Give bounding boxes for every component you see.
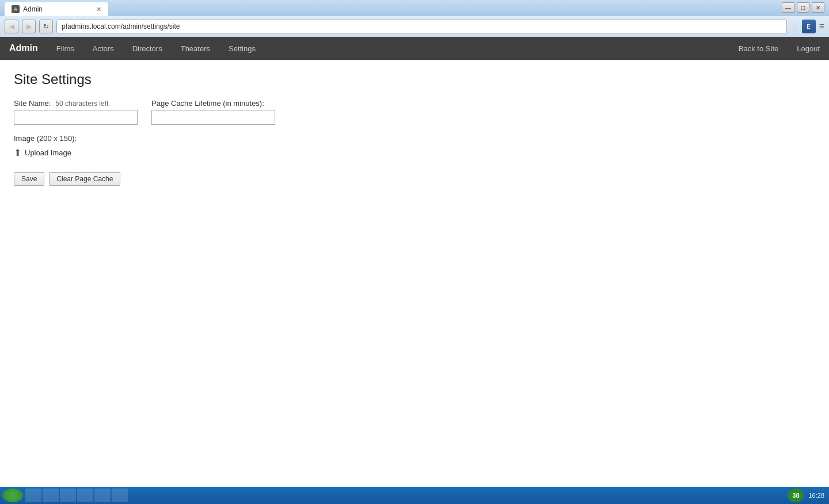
- tab-favicon: A: [12, 5, 20, 13]
- cache-lifetime-label: Page Cache Lifetime (in minutes):: [151, 99, 264, 108]
- back-to-site-link[interactable]: Back to Site: [729, 37, 788, 60]
- cache-lifetime-group: Page Cache Lifetime (in minutes):: [151, 99, 275, 125]
- nav-brand: Admin: [0, 37, 47, 60]
- browser-titlebar: A Admin ✕ — □ ✕: [0, 0, 829, 16]
- nav-right: Back to Site Logout: [729, 37, 829, 60]
- nav-actors[interactable]: Actors: [83, 37, 123, 60]
- site-name-label-row: Site Name: 50 characters left: [14, 99, 138, 108]
- nav-bar: Admin Films Actors Directors Theaters Se…: [0, 37, 829, 60]
- address-bar[interactable]: pfadmins.local.com/admin/settings/site: [56, 20, 787, 33]
- bookmark-star[interactable]: ☆: [790, 21, 798, 32]
- site-name-group: Site Name: 50 characters left: [14, 99, 138, 125]
- back-btn[interactable]: ◀: [5, 20, 18, 33]
- upload-label: Upload Image: [25, 148, 71, 157]
- forward-btn[interactable]: ▶: [22, 20, 36, 33]
- maximize-btn[interactable]: □: [797, 2, 809, 13]
- site-name-label: Site Name:: [14, 99, 51, 108]
- minimize-btn[interactable]: —: [782, 2, 794, 13]
- char-count: 50 characters left: [55, 100, 108, 108]
- tab-close-btn[interactable]: ✕: [96, 6, 101, 13]
- browser-menu-btn[interactable]: ≡: [819, 21, 824, 32]
- logout-link[interactable]: Logout: [788, 37, 829, 60]
- url-text: pfadmins.local.com/admin/settings/site: [62, 22, 180, 30]
- nav-settings[interactable]: Settings: [219, 37, 265, 60]
- page-title: Site Settings: [14, 71, 815, 87]
- window-controls: — □ ✕: [782, 2, 824, 13]
- image-section: Image (200 x 150): ⬆ Upload Image: [14, 134, 815, 158]
- browser-chrome: A Admin ✕ — □ ✕ ◀ ▶ ↻ pfadmins.local.com…: [0, 0, 829, 463]
- tab-title: Admin: [23, 5, 43, 13]
- image-label: Image (200 x 150):: [14, 134, 815, 143]
- upload-icon: ⬆: [14, 147, 21, 158]
- form-row-top: Site Name: 50 characters left Page Cache…: [14, 99, 815, 125]
- close-btn[interactable]: ✕: [812, 2, 824, 13]
- nav-directors[interactable]: Directors: [123, 37, 172, 60]
- clear-cache-button[interactable]: Clear Page Cache: [49, 172, 120, 186]
- upload-image-btn[interactable]: ⬆ Upload Image: [14, 147, 71, 158]
- browser-tab[interactable]: A Admin ✕: [5, 2, 108, 16]
- cache-lifetime-input[interactable]: [151, 110, 275, 125]
- nav-films[interactable]: Films: [47, 37, 83, 60]
- browser-extensions: E: [802, 20, 816, 33]
- browser-toolbar: ◀ ▶ ↻ pfadmins.local.com/admin/settings/…: [0, 16, 829, 37]
- extension-btn[interactable]: E: [802, 20, 816, 33]
- action-buttons: Save Clear Page Cache: [14, 172, 815, 186]
- save-button[interactable]: Save: [14, 172, 44, 186]
- nav-links: Films Actors Directors Theaters Settings: [47, 37, 265, 60]
- refresh-btn[interactable]: ↻: [39, 20, 53, 33]
- nav-theaters[interactable]: Theaters: [172, 37, 219, 60]
- cache-label-row: Page Cache Lifetime (in minutes):: [151, 99, 275, 108]
- site-name-input[interactable]: [14, 110, 138, 125]
- main-content: Site Settings Site Name: 50 characters l…: [0, 60, 829, 463]
